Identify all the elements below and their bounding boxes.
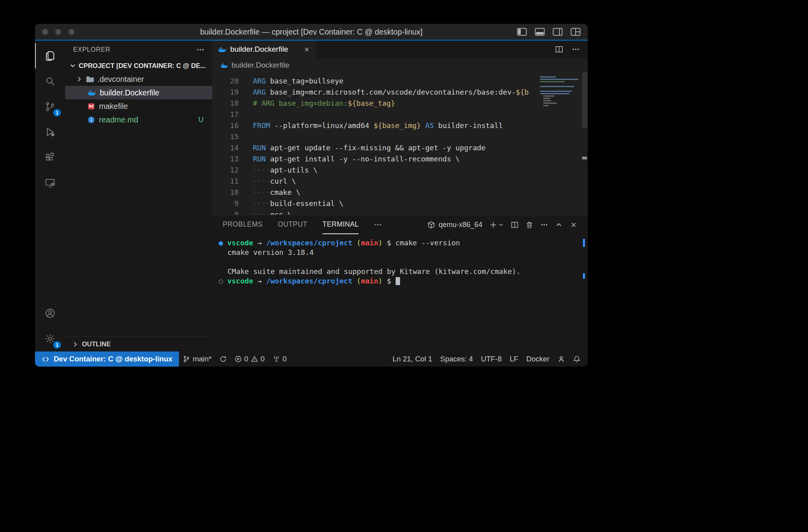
line-number[interactable]: 17 bbox=[212, 109, 239, 120]
terminal-overview-mark bbox=[583, 273, 585, 279]
activitybar-remote-explorer[interactable] bbox=[35, 170, 65, 196]
indentation-setting[interactable]: Spaces: 4 bbox=[436, 355, 477, 363]
encoding-setting[interactable]: UTF-8 bbox=[477, 355, 505, 363]
new-terminal-icon[interactable] bbox=[489, 221, 497, 229]
activitybar-extensions[interactable] bbox=[35, 145, 65, 170]
tab-terminal[interactable]: TERMINAL bbox=[322, 215, 359, 234]
warning-count: 0 bbox=[260, 355, 264, 363]
activitybar-search[interactable] bbox=[35, 68, 65, 94]
code-token: RUN bbox=[253, 155, 266, 163]
line-number[interactable]: 13 bbox=[212, 153, 239, 165]
cursor-position[interactable]: Ln 21, Col 1 bbox=[388, 355, 436, 363]
activitybar-settings[interactable]: 1 bbox=[35, 326, 65, 351]
code-token: ARG bbox=[253, 88, 266, 96]
close-tab-icon[interactable] bbox=[303, 46, 310, 53]
code-token: ···· bbox=[253, 177, 270, 185]
line-number[interactable]: 11 bbox=[212, 176, 239, 187]
tree-item-devcontainer[interactable]: .devcontainer bbox=[65, 72, 212, 86]
terminal[interactable]: ● vscode → /workspaces/cproject (main) $… bbox=[212, 234, 588, 351]
code-token: build-essential \ bbox=[270, 199, 343, 208]
activitybar-run-debug[interactable] bbox=[35, 119, 65, 145]
customize-layout-icon[interactable] bbox=[571, 28, 581, 36]
toggle-panel-icon[interactable] bbox=[535, 28, 545, 36]
kill-terminal-icon[interactable] bbox=[526, 221, 533, 229]
tab-problems[interactable]: PROBLEMS bbox=[223, 215, 262, 234]
code-token: # ARG base_img=debian: bbox=[253, 99, 348, 107]
terminal-line: ○ vscode → /workspaces/cproject (main) $ bbox=[219, 276, 588, 286]
settings-badge: 1 bbox=[53, 341, 61, 349]
line-number[interactable]: 16 bbox=[212, 120, 239, 131]
code-token: apt-get install -y --no-install-recommen… bbox=[266, 155, 460, 163]
panel-more-tabs-icon[interactable] bbox=[374, 221, 382, 229]
sidebar-title: EXPLORER bbox=[73, 46, 111, 53]
minimize-window-button[interactable] bbox=[55, 29, 61, 35]
language-mode[interactable]: Docker bbox=[522, 355, 554, 363]
activitybar-source-control[interactable]: 1 bbox=[35, 94, 65, 119]
sync-changes-button[interactable] bbox=[216, 351, 231, 367]
docker-whale-icon bbox=[218, 46, 226, 52]
toggle-secondary-sidebar-icon[interactable] bbox=[553, 28, 563, 36]
tree-item-makefile[interactable]: makefile bbox=[65, 99, 212, 113]
breadcrumb[interactable]: builder.Dockerfile bbox=[212, 58, 588, 72]
feedback-button[interactable] bbox=[554, 355, 569, 363]
code-editor[interactable]: 20ARG base_tag=bullseye 19ARG base_img=m… bbox=[212, 72, 588, 215]
line-number[interactable]: 9 bbox=[212, 198, 239, 209]
tab-output[interactable]: OUTPUT bbox=[278, 215, 307, 234]
code-token: RUN bbox=[253, 144, 266, 152]
line-number[interactable]: 18 bbox=[212, 98, 239, 109]
line-number[interactable]: 14 bbox=[212, 142, 239, 153]
close-panel-icon[interactable] bbox=[570, 221, 577, 229]
terminal-instance-qemu[interactable]: qemu-x86_64 bbox=[427, 221, 482, 229]
editor-scrollbar[interactable] bbox=[582, 72, 588, 128]
code-token: FROM bbox=[253, 121, 270, 130]
eol-setting[interactable]: LF bbox=[506, 355, 522, 363]
split-terminal-icon[interactable] bbox=[511, 221, 519, 229]
code-line: 10····cmake \ bbox=[212, 187, 588, 198]
remote-indicator[interactable]: Dev Container: C @ desktop-linux bbox=[35, 351, 179, 367]
code-token: ${base_img} bbox=[373, 121, 421, 130]
tree-item-builder-dockerfile[interactable]: builder.Dockerfile bbox=[65, 86, 212, 99]
zoom-window-button[interactable] bbox=[68, 29, 74, 35]
explorer-more-actions-icon[interactable] bbox=[196, 46, 204, 54]
makefile-icon bbox=[87, 103, 95, 110]
code-line: 13RUN apt-get install -y --no-install-re… bbox=[212, 153, 588, 165]
code-token: ···· bbox=[253, 188, 270, 196]
tree-item-readme[interactable]: readme.md U bbox=[65, 113, 212, 126]
close-window-button[interactable] bbox=[42, 29, 48, 35]
notifications-button[interactable] bbox=[569, 355, 585, 363]
code-token: ARG bbox=[253, 77, 266, 85]
outline-section-header[interactable]: OUTLINE bbox=[65, 336, 212, 351]
terminal-line bbox=[219, 257, 588, 267]
terminal-profile-dropdown-icon[interactable] bbox=[498, 222, 504, 227]
editor-more-actions-icon[interactable] bbox=[572, 45, 580, 53]
problems-indicator[interactable]: 0 0 bbox=[231, 351, 269, 367]
line-number[interactable]: 20 bbox=[212, 76, 239, 87]
workspace-section-header[interactable]: CPROJECT [DEV CONTAINER: C @ DE... bbox=[65, 59, 212, 72]
code-token: gcc \ bbox=[270, 210, 291, 215]
branch-indicator[interactable]: main* bbox=[179, 351, 216, 367]
code-token: AS bbox=[425, 121, 434, 130]
line-number[interactable]: 8 bbox=[212, 209, 239, 215]
ports-indicator[interactable]: 0 bbox=[269, 351, 291, 367]
code-token: cmake \ bbox=[270, 188, 300, 196]
minimap[interactable] bbox=[540, 76, 581, 107]
line-number[interactable]: 12 bbox=[212, 165, 239, 176]
activitybar-explorer[interactable] bbox=[35, 43, 65, 68]
code-line: 19ARG base_img=mcr.microsoft.com/vscode/… bbox=[212, 87, 588, 98]
tab-builder-dockerfile[interactable]: builder.Dockerfile bbox=[212, 41, 316, 58]
chevron-down-icon bbox=[69, 62, 76, 69]
workspace-section-label: CPROJECT [DEV CONTAINER: C @ DE... bbox=[79, 62, 206, 70]
line-number[interactable]: 19 bbox=[212, 87, 239, 98]
line-number[interactable]: 10 bbox=[212, 187, 239, 198]
line-number[interactable]: 15 bbox=[212, 131, 239, 142]
toggle-sidebar-icon[interactable] bbox=[517, 28, 527, 36]
git-branch-icon bbox=[183, 355, 190, 363]
split-editor-icon[interactable] bbox=[555, 45, 563, 53]
activitybar-accounts[interactable] bbox=[35, 301, 65, 326]
panel-more-actions-icon[interactable] bbox=[540, 221, 548, 229]
tab-label: builder.Dockerfile bbox=[230, 45, 288, 54]
code-line: 8····gcc \ bbox=[212, 209, 588, 215]
info-icon bbox=[87, 116, 95, 124]
run-debug-icon bbox=[45, 126, 56, 138]
maximize-panel-icon[interactable] bbox=[555, 221, 563, 229]
